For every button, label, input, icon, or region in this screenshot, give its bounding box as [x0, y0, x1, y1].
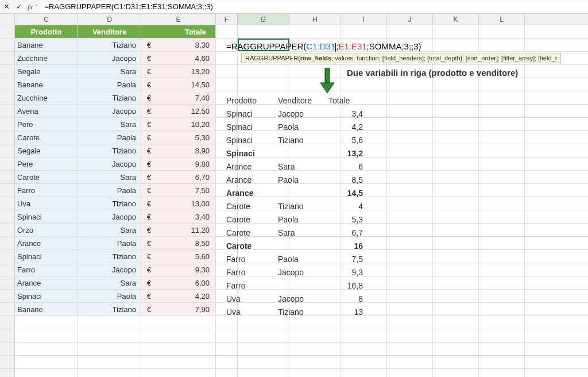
cell[interactable]: Jacopo	[78, 157, 141, 170]
row-number[interactable]	[0, 303, 15, 316]
cell[interactable]	[387, 171, 433, 183]
col-header-h[interactable]: H	[289, 14, 341, 25]
cell[interactable]	[433, 91, 479, 104]
cell[interactable]	[341, 329, 387, 342]
cell[interactable]: Sara	[78, 171, 141, 183]
cell[interactable]	[387, 343, 433, 355]
cell[interactable]	[433, 157, 479, 170]
row-number[interactable]	[0, 197, 15, 210]
cell[interactable]	[341, 369, 387, 377]
cell[interactable]	[341, 25, 387, 38]
cell[interactable]	[479, 78, 525, 91]
formula-dropdown-icon[interactable]: ˅	[35, 4, 41, 10]
cell[interactable]	[216, 356, 238, 368]
cell[interactable]: Arance	[15, 237, 78, 249]
cell[interactable]: Zucchine	[15, 91, 78, 104]
cell[interactable]: €9,80	[141, 157, 216, 170]
cell[interactable]	[141, 356, 216, 368]
cell[interactable]	[433, 237, 479, 249]
cell[interactable]: Jacopo	[78, 210, 141, 223]
cell[interactable]: Totale	[141, 25, 216, 38]
cell[interactable]	[216, 369, 238, 377]
row-number[interactable]	[0, 329, 15, 342]
cell[interactable]	[341, 78, 387, 91]
row-number[interactable]	[0, 52, 15, 64]
cell[interactable]	[216, 52, 238, 64]
cell[interactable]	[433, 250, 479, 263]
cell[interactable]	[387, 144, 433, 157]
row-number[interactable]	[0, 369, 15, 377]
cell[interactable]	[433, 224, 479, 236]
cell[interactable]	[341, 356, 387, 368]
cell[interactable]: Pere	[15, 157, 78, 170]
cell[interactable]	[216, 65, 238, 78]
row-number[interactable]	[0, 250, 15, 263]
col-header-g[interactable]: G	[238, 14, 289, 25]
cell[interactable]: €12,50	[141, 105, 216, 117]
cell[interactable]: €5,60	[141, 250, 216, 263]
cell[interactable]: €8,90	[141, 144, 216, 157]
cell[interactable]	[387, 210, 433, 223]
cell[interactable]	[479, 343, 525, 355]
cell[interactable]	[479, 118, 525, 130]
cell[interactable]	[216, 343, 238, 355]
cell[interactable]	[479, 91, 525, 104]
cell[interactable]	[387, 290, 433, 302]
cell[interactable]: €14,50	[141, 78, 216, 91]
cell[interactable]: Tiziano	[78, 39, 141, 51]
cell[interactable]: €7,90	[141, 303, 216, 316]
row-number[interactable]	[0, 131, 15, 144]
cell[interactable]	[15, 356, 78, 368]
cell[interactable]	[433, 78, 479, 91]
cell[interactable]: Orzo	[15, 224, 78, 236]
cell[interactable]	[289, 25, 341, 38]
cell[interactable]	[387, 118, 433, 130]
cell[interactable]	[479, 316, 525, 329]
cell[interactable]	[238, 78, 289, 91]
cell[interactable]	[341, 343, 387, 355]
cell[interactable]	[216, 78, 238, 91]
cell[interactable]	[479, 276, 525, 289]
cell[interactable]	[433, 131, 479, 144]
cell[interactable]	[387, 250, 433, 263]
cell[interactable]: Tiziano	[78, 303, 141, 316]
cell[interactable]: Paola	[78, 290, 141, 302]
cell[interactable]	[78, 329, 141, 342]
formula-input[interactable]	[41, 1, 588, 13]
col-header-f[interactable]: F	[216, 14, 238, 25]
cell[interactable]: Banane	[15, 303, 78, 316]
cell[interactable]: Spinaci	[15, 290, 78, 302]
cell[interactable]	[433, 303, 479, 316]
cell[interactable]	[387, 131, 433, 144]
cell[interactable]	[433, 316, 479, 329]
cell[interactable]: Spinaci	[15, 250, 78, 263]
cell[interactable]	[433, 356, 479, 368]
cell[interactable]	[15, 329, 78, 342]
col-header-l[interactable]: L	[479, 14, 525, 25]
cell[interactable]	[141, 316, 216, 329]
cell[interactable]	[387, 369, 433, 377]
row-number[interactable]	[0, 157, 15, 170]
cell[interactable]: €6,70	[141, 171, 216, 183]
cell[interactable]	[479, 131, 525, 144]
cell[interactable]: €7,40	[141, 91, 216, 104]
cell[interactable]: Sara	[78, 65, 141, 78]
cell[interactable]	[78, 343, 141, 355]
cell[interactable]	[433, 290, 479, 302]
cell[interactable]	[141, 343, 216, 355]
cell[interactable]	[387, 25, 433, 38]
cell[interactable]	[387, 356, 433, 368]
cell[interactable]: Paola	[78, 78, 141, 91]
spreadsheet-grid[interactable]: C D E F G H I J K L ProdottoVenditoreTot…	[0, 14, 588, 377]
formula-cancel-button[interactable]: ✕	[1, 1, 12, 13]
cell[interactable]	[387, 237, 433, 249]
cell[interactable]: Sara	[78, 224, 141, 236]
row-number[interactable]	[0, 237, 15, 249]
cell[interactable]: €13,20	[141, 65, 216, 78]
cell[interactable]	[479, 210, 525, 223]
cell[interactable]	[15, 316, 78, 329]
col-header-e[interactable]: E	[141, 14, 216, 25]
cell[interactable]: Tiziano	[78, 144, 141, 157]
cell[interactable]: Paola	[78, 237, 141, 249]
cell[interactable]	[479, 39, 525, 51]
